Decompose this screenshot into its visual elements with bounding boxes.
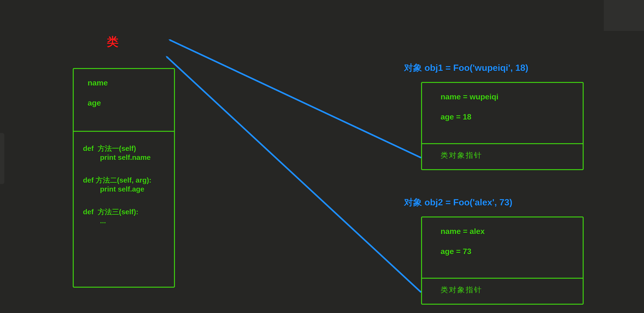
- obj2-attr-age: age = 73: [440, 247, 574, 256]
- method-2-body: print self.age: [83, 185, 168, 194]
- method-3: def 方法三(self): ...: [83, 208, 168, 225]
- class-attr-name: name: [88, 78, 163, 87]
- obj2-attr-name: name = alex: [440, 227, 574, 236]
- left-decor: [0, 133, 4, 184]
- class-box: name age def 方法一(self) print self.name d…: [73, 68, 175, 288]
- class-methods-section: def 方法一(self) print self.name def 方法二(se…: [74, 132, 174, 245]
- method-2-sig: def 方法二(self, arg):: [83, 176, 168, 185]
- obj1-attrs: name = wupeiqi age = 18: [422, 83, 583, 143]
- obj2-attrs: name = alex age = 73: [422, 217, 583, 278]
- obj1-title: 对象 obj1 = Foo('wupeiqi', 18): [404, 62, 528, 74]
- method-1: def 方法一(self) print self.name: [83, 144, 168, 162]
- obj2-box: name = alex age = 73 类对象指针: [421, 217, 584, 305]
- obj1-attr-age: age = 18: [440, 112, 574, 122]
- obj2-pointer-label: 类对象指针: [440, 286, 482, 294]
- obj1-attr-name: name = wupeiqi: [440, 92, 574, 101]
- method-1-body: print self.name: [83, 153, 168, 162]
- method-3-body: ...: [83, 217, 168, 226]
- obj2-title: 对象 obj2 = Foo('alex', 73): [404, 196, 512, 209]
- class-title: 类: [107, 34, 118, 50]
- obj1-pointer-row: 类对象指针: [422, 144, 583, 166]
- obj1-pointer-label: 类对象指针: [440, 151, 482, 159]
- arrow-obj2: [167, 57, 421, 292]
- method-2: def 方法二(self, arg): print self.age: [83, 176, 168, 194]
- class-attributes-section: name age: [74, 69, 174, 131]
- class-attr-age: age: [88, 98, 163, 108]
- method-1-sig: def 方法一(self): [83, 144, 168, 153]
- obj2-pointer-row: 类对象指针: [422, 279, 583, 301]
- corner-decor: [604, 0, 644, 31]
- obj1-box: name = wupeiqi age = 18 类对象指针: [421, 82, 584, 170]
- arrow-obj1: [170, 40, 421, 158]
- method-3-sig: def 方法三(self):: [83, 208, 168, 217]
